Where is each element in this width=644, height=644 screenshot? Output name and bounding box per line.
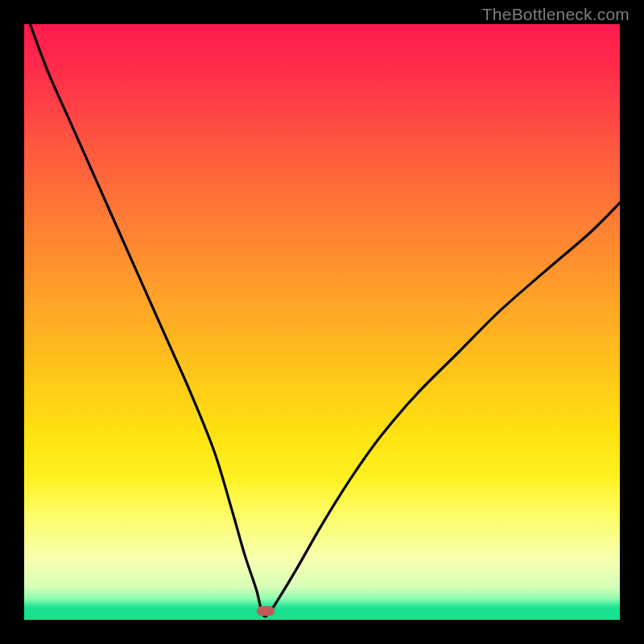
watermark-text: TheBottleneck.com [482, 5, 630, 24]
bottleneck-curve [24, 24, 620, 620]
chart-frame: TheBottleneck.com [0, 0, 644, 644]
optimal-marker [257, 606, 275, 616]
plot-area [24, 24, 620, 620]
